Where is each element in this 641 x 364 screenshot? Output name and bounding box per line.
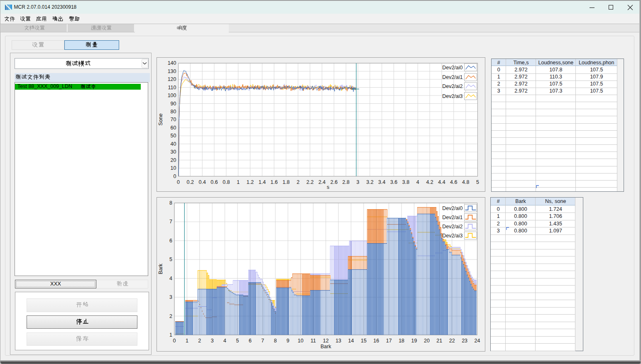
- svg-text:Dev2/ai2: Dev2/ai2: [442, 83, 462, 89]
- svg-text:14: 14: [348, 338, 354, 344]
- svg-text:10: 10: [298, 338, 303, 344]
- svg-text:40: 40: [170, 141, 176, 147]
- svg-text:24: 24: [474, 338, 480, 344]
- svg-text:50: 50: [170, 133, 176, 139]
- svg-text:Bark: Bark: [158, 263, 164, 274]
- svg-text:Dev2/ai0: Dev2/ai0: [442, 205, 462, 211]
- svg-text:3.8: 3.8: [402, 179, 409, 185]
- svg-text:4.4: 4.4: [438, 179, 445, 185]
- svg-text:5: 5: [236, 338, 239, 344]
- svg-text:2: 2: [296, 179, 299, 185]
- svg-text:4: 4: [416, 179, 419, 185]
- svg-text:3: 3: [210, 338, 213, 344]
- svg-text:0.8: 0.8: [223, 179, 230, 185]
- svg-text:3: 3: [169, 294, 172, 300]
- svg-text:120: 120: [167, 76, 176, 82]
- svg-text:11: 11: [310, 338, 316, 344]
- svg-text:0.4: 0.4: [198, 179, 206, 185]
- svg-text:4.2: 4.2: [426, 179, 433, 185]
- svg-text:15: 15: [360, 338, 366, 344]
- svg-text:1.8: 1.8: [282, 179, 289, 185]
- svg-text:80: 80: [170, 109, 176, 115]
- svg-text:8: 8: [274, 338, 276, 344]
- svg-text:100: 100: [167, 93, 176, 98]
- svg-text:90: 90: [170, 101, 176, 107]
- svg-text:1: 1: [237, 179, 240, 185]
- svg-text:130: 130: [167, 68, 176, 74]
- svg-text:1.2: 1.2: [246, 179, 253, 185]
- svg-text:10: 10: [170, 165, 176, 171]
- svg-text:6: 6: [169, 237, 172, 243]
- svg-text:21: 21: [436, 338, 442, 344]
- svg-text:Dev2/ai2: Dev2/ai2: [442, 223, 462, 229]
- svg-text:3.2: 3.2: [366, 179, 373, 185]
- svg-text:4: 4: [223, 338, 226, 344]
- svg-text:17: 17: [386, 338, 391, 344]
- svg-text:5: 5: [169, 257, 172, 262]
- svg-text:23: 23: [462, 338, 467, 344]
- svg-text:12: 12: [323, 338, 328, 344]
- svg-text:2.6: 2.6: [330, 179, 337, 185]
- svg-text:13: 13: [335, 338, 341, 344]
- svg-text:30: 30: [170, 149, 176, 155]
- svg-text:19: 19: [411, 338, 417, 344]
- svg-text:22: 22: [449, 338, 455, 344]
- svg-text:2.4: 2.4: [318, 179, 325, 185]
- svg-text:2: 2: [169, 313, 172, 319]
- svg-text:Bark: Bark: [320, 344, 331, 349]
- svg-text:2: 2: [198, 338, 201, 344]
- svg-text:Dev2/ai3: Dev2/ai3: [442, 232, 462, 238]
- svg-text:Sone: Sone: [158, 113, 164, 125]
- svg-text:4.6: 4.6: [450, 179, 457, 185]
- svg-text:Dev2/ai1: Dev2/ai1: [442, 74, 462, 80]
- svg-text:4: 4: [169, 275, 172, 281]
- svg-text:1: 1: [185, 338, 188, 344]
- svg-text:0.6: 0.6: [210, 179, 218, 185]
- svg-text:140: 140: [167, 60, 176, 66]
- svg-text:20: 20: [423, 338, 429, 344]
- svg-text:0.2: 0.2: [186, 179, 193, 185]
- svg-text:2.8: 2.8: [342, 179, 349, 185]
- svg-text:1.4: 1.4: [258, 179, 265, 185]
- svg-text:16: 16: [373, 338, 379, 344]
- svg-text:3.6: 3.6: [390, 179, 397, 185]
- svg-text:0: 0: [173, 173, 176, 179]
- svg-text:18: 18: [399, 338, 404, 344]
- svg-text:3.4: 3.4: [378, 179, 385, 185]
- svg-text:4.8: 4.8: [462, 179, 469, 185]
- svg-text:7: 7: [261, 338, 264, 344]
- svg-text:20: 20: [170, 157, 176, 163]
- svg-text:Dev2/ai0: Dev2/ai0: [442, 65, 462, 71]
- svg-text:0: 0: [173, 338, 176, 344]
- svg-text:3: 3: [356, 179, 359, 185]
- svg-text:8: 8: [169, 200, 172, 206]
- svg-text:5: 5: [476, 179, 479, 185]
- svg-text:60: 60: [170, 125, 176, 131]
- svg-text:Dev2/ai1: Dev2/ai1: [442, 214, 462, 220]
- svg-text:Dev2/ai3: Dev2/ai3: [442, 93, 462, 99]
- svg-text:70: 70: [170, 117, 176, 122]
- svg-text:110: 110: [168, 85, 176, 90]
- svg-text:7: 7: [169, 219, 172, 225]
- svg-text:2.2: 2.2: [306, 179, 313, 185]
- svg-text:s: s: [326, 184, 329, 190]
- svg-text:9: 9: [286, 338, 289, 344]
- svg-text:0: 0: [177, 179, 180, 185]
- svg-text:6: 6: [248, 338, 251, 344]
- svg-text:1.6: 1.6: [270, 179, 277, 185]
- svg-text:1: 1: [169, 332, 172, 337]
